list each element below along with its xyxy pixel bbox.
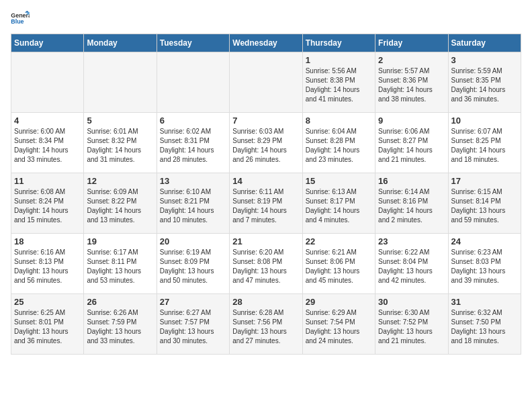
- cell-info: Sunrise: 5:59 AM Sunset: 8:35 PM Dayligh…: [451, 66, 518, 104]
- cell-info: Sunrise: 5:56 AM Sunset: 8:38 PM Dayligh…: [306, 66, 372, 104]
- weekday-header-sunday: Sunday: [11, 34, 84, 52]
- day-number: 8: [306, 116, 372, 126]
- day-number: 17: [451, 176, 518, 186]
- calendar-cell: 26Sunrise: 6:26 AM Sunset: 7:59 PM Dayli…: [84, 294, 157, 355]
- day-number: 6: [160, 116, 226, 126]
- cell-info: Sunrise: 6:29 AM Sunset: 7:54 PM Dayligh…: [306, 308, 372, 346]
- cell-info: Sunrise: 6:10 AM Sunset: 8:21 PM Dayligh…: [160, 187, 226, 225]
- calendar-cell: 15Sunrise: 6:13 AM Sunset: 8:17 PM Dayli…: [302, 173, 375, 234]
- calendar-cell: [157, 52, 229, 113]
- calendar-cell: 27Sunrise: 6:27 AM Sunset: 7:57 PM Dayli…: [157, 294, 229, 355]
- day-number: 27: [160, 297, 226, 307]
- day-number: 9: [378, 116, 445, 126]
- calendar-cell: 20Sunrise: 6:19 AM Sunset: 8:09 PM Dayli…: [157, 234, 229, 294]
- cell-info: Sunrise: 6:01 AM Sunset: 8:32 PM Dayligh…: [87, 127, 153, 165]
- logo: General Blue: [11, 11, 30, 26]
- cell-info: Sunrise: 6:04 AM Sunset: 8:28 PM Dayligh…: [306, 127, 372, 165]
- day-number: 12: [87, 176, 153, 186]
- cell-info: Sunrise: 6:19 AM Sunset: 8:09 PM Dayligh…: [160, 248, 226, 285]
- week-row-3: 11Sunrise: 6:08 AM Sunset: 8:24 PM Dayli…: [11, 173, 521, 234]
- cell-info: Sunrise: 6:11 AM Sunset: 8:19 PM Dayligh…: [232, 187, 299, 225]
- calendar-cell: 30Sunrise: 6:30 AM Sunset: 7:52 PM Dayli…: [375, 294, 448, 355]
- page-header: General Blue: [11, 11, 521, 26]
- calendar-cell: 25Sunrise: 6:25 AM Sunset: 8:01 PM Dayli…: [11, 294, 84, 355]
- logo-icon: General Blue: [11, 11, 30, 26]
- cell-info: Sunrise: 6:30 AM Sunset: 7:52 PM Dayligh…: [378, 308, 445, 346]
- cell-info: Sunrise: 6:03 AM Sunset: 8:29 PM Dayligh…: [232, 127, 299, 165]
- calendar-cell: 16Sunrise: 6:14 AM Sunset: 8:16 PM Dayli…: [375, 173, 448, 234]
- cell-info: Sunrise: 6:21 AM Sunset: 8:06 PM Dayligh…: [306, 248, 372, 285]
- day-number: 4: [14, 116, 81, 126]
- day-number: 3: [451, 55, 518, 65]
- day-number: 24: [451, 236, 518, 246]
- cell-info: Sunrise: 6:15 AM Sunset: 8:14 PM Dayligh…: [451, 187, 518, 225]
- day-number: 22: [306, 236, 372, 246]
- weekday-header-friday: Friday: [375, 34, 448, 52]
- day-number: 2: [378, 55, 445, 65]
- day-number: 5: [87, 116, 153, 126]
- cell-info: Sunrise: 6:22 AM Sunset: 8:04 PM Dayligh…: [378, 248, 445, 285]
- calendar-cell: [11, 52, 84, 113]
- calendar-cell: 4Sunrise: 6:00 AM Sunset: 8:34 PM Daylig…: [11, 113, 84, 173]
- day-number: 10: [451, 116, 518, 126]
- cell-info: Sunrise: 6:27 AM Sunset: 7:57 PM Dayligh…: [160, 308, 226, 346]
- day-number: 13: [160, 176, 226, 186]
- cell-info: Sunrise: 6:00 AM Sunset: 8:34 PM Dayligh…: [14, 127, 81, 165]
- day-number: 25: [14, 297, 81, 307]
- svg-text:Blue: Blue: [11, 18, 24, 25]
- cell-info: Sunrise: 6:16 AM Sunset: 8:13 PM Dayligh…: [14, 248, 81, 285]
- calendar-cell: 3Sunrise: 5:59 AM Sunset: 8:35 PM Daylig…: [448, 52, 521, 113]
- day-number: 23: [378, 236, 445, 246]
- week-row-5: 25Sunrise: 6:25 AM Sunset: 8:01 PM Dayli…: [11, 294, 521, 355]
- cell-info: Sunrise: 6:07 AM Sunset: 8:25 PM Dayligh…: [451, 127, 518, 165]
- calendar-cell: 12Sunrise: 6:09 AM Sunset: 8:22 PM Dayli…: [84, 173, 157, 234]
- cell-info: Sunrise: 6:17 AM Sunset: 8:11 PM Dayligh…: [87, 248, 153, 285]
- calendar-cell: 18Sunrise: 6:16 AM Sunset: 8:13 PM Dayli…: [11, 234, 84, 294]
- calendar-cell: 8Sunrise: 6:04 AM Sunset: 8:28 PM Daylig…: [302, 113, 375, 173]
- week-row-4: 18Sunrise: 6:16 AM Sunset: 8:13 PM Dayli…: [11, 234, 521, 294]
- day-number: 28: [232, 297, 299, 307]
- weekday-header-thursday: Thursday: [302, 34, 375, 52]
- cell-info: Sunrise: 6:20 AM Sunset: 8:08 PM Dayligh…: [232, 248, 299, 285]
- day-number: 21: [232, 236, 299, 246]
- cell-info: Sunrise: 6:26 AM Sunset: 7:59 PM Dayligh…: [87, 308, 153, 346]
- calendar-cell: 14Sunrise: 6:11 AM Sunset: 8:19 PM Dayli…: [230, 173, 302, 234]
- cell-info: Sunrise: 6:06 AM Sunset: 8:27 PM Dayligh…: [378, 127, 445, 165]
- calendar-cell: 22Sunrise: 6:21 AM Sunset: 8:06 PM Dayli…: [302, 234, 375, 294]
- day-number: 31: [451, 297, 518, 307]
- cell-info: Sunrise: 6:23 AM Sunset: 8:03 PM Dayligh…: [451, 248, 518, 285]
- cell-info: Sunrise: 6:13 AM Sunset: 8:17 PM Dayligh…: [306, 187, 372, 225]
- cell-info: Sunrise: 6:14 AM Sunset: 8:16 PM Dayligh…: [378, 187, 445, 225]
- day-number: 16: [378, 176, 445, 186]
- calendar-cell: 28Sunrise: 6:28 AM Sunset: 7:56 PM Dayli…: [230, 294, 302, 355]
- calendar-cell: 21Sunrise: 6:20 AM Sunset: 8:08 PM Dayli…: [230, 234, 302, 294]
- calendar-cell: 9Sunrise: 6:06 AM Sunset: 8:27 PM Daylig…: [375, 113, 448, 173]
- weekday-header-monday: Monday: [84, 34, 157, 52]
- calendar-table: SundayMondayTuesdayWednesdayThursdayFrid…: [11, 34, 521, 355]
- calendar-cell: 11Sunrise: 6:08 AM Sunset: 8:24 PM Dayli…: [11, 173, 84, 234]
- weekday-header-tuesday: Tuesday: [157, 34, 229, 52]
- cell-info: Sunrise: 5:57 AM Sunset: 8:36 PM Dayligh…: [378, 66, 445, 104]
- day-number: 30: [378, 297, 445, 307]
- day-number: 18: [14, 236, 81, 246]
- day-number: 15: [306, 176, 372, 186]
- cell-info: Sunrise: 6:28 AM Sunset: 7:56 PM Dayligh…: [232, 308, 299, 346]
- day-number: 14: [232, 176, 299, 186]
- calendar-cell: [84, 52, 157, 113]
- weekday-header-row: SundayMondayTuesdayWednesdayThursdayFrid…: [11, 34, 521, 52]
- day-number: 11: [14, 176, 81, 186]
- day-number: 19: [87, 236, 153, 246]
- cell-info: Sunrise: 6:02 AM Sunset: 8:31 PM Dayligh…: [160, 127, 226, 165]
- calendar-cell: 6Sunrise: 6:02 AM Sunset: 8:31 PM Daylig…: [157, 113, 229, 173]
- calendar-cell: 2Sunrise: 5:57 AM Sunset: 8:36 PM Daylig…: [375, 52, 448, 113]
- cell-info: Sunrise: 6:32 AM Sunset: 7:50 PM Dayligh…: [451, 308, 518, 346]
- cell-info: Sunrise: 6:08 AM Sunset: 8:24 PM Dayligh…: [14, 187, 81, 225]
- calendar-cell: 7Sunrise: 6:03 AM Sunset: 8:29 PM Daylig…: [230, 113, 302, 173]
- calendar-cell: 13Sunrise: 6:10 AM Sunset: 8:21 PM Dayli…: [157, 173, 229, 234]
- week-row-1: 1Sunrise: 5:56 AM Sunset: 8:38 PM Daylig…: [11, 52, 521, 113]
- calendar-cell: 5Sunrise: 6:01 AM Sunset: 8:32 PM Daylig…: [84, 113, 157, 173]
- calendar-cell: [230, 52, 302, 113]
- weekday-header-wednesday: Wednesday: [230, 34, 302, 52]
- calendar-cell: 31Sunrise: 6:32 AM Sunset: 7:50 PM Dayli…: [448, 294, 521, 355]
- calendar-cell: 1Sunrise: 5:56 AM Sunset: 8:38 PM Daylig…: [302, 52, 375, 113]
